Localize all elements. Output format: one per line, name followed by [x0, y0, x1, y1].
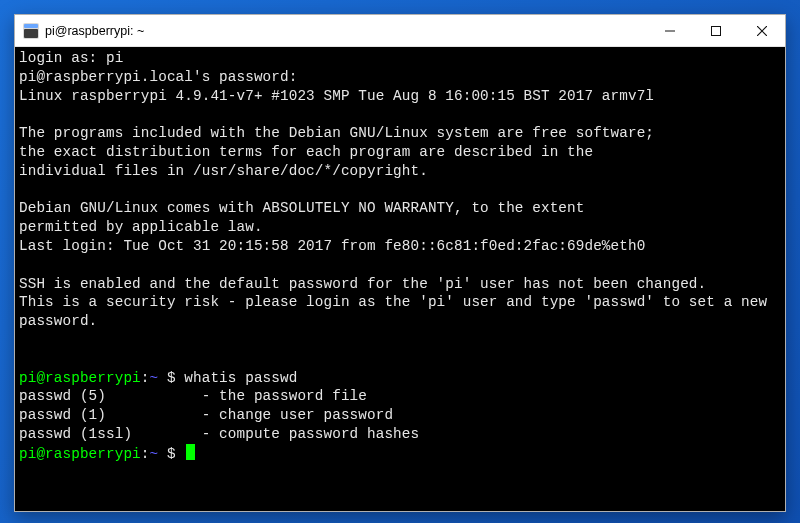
line-warranty-1: Debian GNU/Linux comes with ABSOLUTELY N…	[19, 199, 781, 218]
prompt-colon: :	[141, 370, 150, 386]
line-blank	[19, 350, 781, 369]
command-input: whatis passwd	[184, 370, 297, 386]
prompt-line-1: pi@raspberrypi:~ $ whatis passwd	[19, 369, 781, 388]
prompt-colon: :	[141, 446, 150, 462]
terminal-icon	[23, 23, 39, 39]
window-controls	[647, 15, 785, 46]
window-titlebar[interactable]: pi@raspberrypi: ~	[15, 15, 785, 47]
line-ssh-warn-1: SSH is enabled and the default password …	[19, 275, 781, 294]
close-icon	[757, 26, 767, 36]
line-debian-3: individual files in /usr/share/doc/*/cop…	[19, 162, 781, 181]
cursor-block	[186, 444, 195, 460]
prompt-userhost: pi@raspberrypi	[19, 446, 141, 462]
prompt-userhost: pi@raspberrypi	[19, 370, 141, 386]
close-button[interactable]	[739, 15, 785, 46]
maximize-button[interactable]	[693, 15, 739, 46]
minimize-button[interactable]	[647, 15, 693, 46]
svg-rect-1	[24, 29, 38, 38]
terminal-window: pi@raspberrypi: ~ login as: pipi@raspber…	[14, 14, 786, 512]
maximize-icon	[711, 26, 721, 36]
whatis-out-3: passwd (1ssl) - compute password hashes	[19, 425, 781, 444]
line-login-as: login as: pi	[19, 49, 781, 68]
whatis-out-1: passwd (5) - the password file	[19, 387, 781, 406]
line-password-prompt: pi@raspberrypi.local's password:	[19, 68, 781, 87]
minimize-icon	[665, 26, 675, 36]
line-debian-1: The programs included with the Debian GN…	[19, 124, 781, 143]
terminal-output[interactable]: login as: pipi@raspberrypi.local's passw…	[15, 47, 785, 511]
line-warranty-2: permitted by applicable law.	[19, 218, 781, 237]
prompt-line-2: pi@raspberrypi:~ $	[19, 444, 781, 464]
line-blank	[19, 256, 781, 275]
line-kernel: Linux raspberrypi 4.9.41-v7+ #1023 SMP T…	[19, 87, 781, 106]
prompt-dollar: $	[158, 370, 184, 386]
window-title: pi@raspberrypi: ~	[45, 24, 647, 38]
prompt-path: ~	[150, 370, 159, 386]
line-debian-2: the exact distribution terms for each pr…	[19, 143, 781, 162]
line-ssh-warn-2: This is a security risk - please login a…	[19, 293, 781, 331]
line-blank	[19, 105, 781, 124]
line-blank	[19, 181, 781, 200]
line-blank	[19, 331, 781, 350]
prompt-path: ~	[150, 446, 159, 462]
line-last-login: Last login: Tue Oct 31 20:15:58 2017 fro…	[19, 237, 781, 256]
whatis-out-2: passwd (1) - change user password	[19, 406, 781, 425]
prompt-dollar: $	[158, 446, 184, 462]
svg-rect-4	[712, 26, 721, 35]
svg-rect-2	[24, 24, 38, 28]
desktop-background: pi@raspberrypi: ~ login as: pipi@raspber…	[0, 0, 800, 523]
